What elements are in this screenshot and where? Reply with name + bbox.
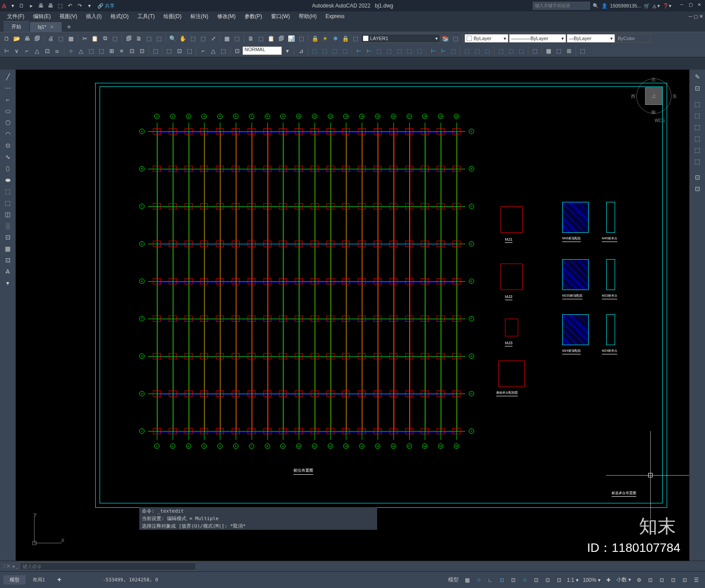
model-space-btn[interactable]: 模型 xyxy=(445,575,461,585)
new-icon[interactable]: 🗋 xyxy=(2,33,11,43)
tool-icon[interactable]: ⊡ xyxy=(127,46,137,56)
tool-icon[interactable]: ⬚ xyxy=(154,33,164,43)
help-icon[interactable]: ❓▾ xyxy=(663,3,672,9)
tool-icon[interactable]: ⬚ xyxy=(374,46,384,56)
cut-icon[interactable]: ✂ xyxy=(80,33,89,43)
osnap-icon[interactable]: ⊡ xyxy=(508,575,519,585)
more-icon[interactable]: ▾ xyxy=(2,278,14,288)
tool-icon[interactable]: ≡ xyxy=(117,46,126,56)
qat-open[interactable]: ▸ xyxy=(27,1,36,10)
line-icon[interactable]: ╱ xyxy=(2,71,14,82)
extents-icon[interactable]: ⤢ xyxy=(208,33,218,43)
layer-dropdown[interactable]: LAYER1 ▾ xyxy=(361,34,440,43)
help-search[interactable]: 键入关键字或短语 xyxy=(533,2,590,10)
tool-icon[interactable]: ⊡ xyxy=(691,183,704,194)
region-icon[interactable]: ⊡ xyxy=(2,232,14,242)
textstyle-dropdown[interactable]: NORMAL xyxy=(242,46,282,55)
qat-new[interactable]: 🗋 xyxy=(17,1,26,10)
tool-icon[interactable]: ⬚ xyxy=(144,33,154,43)
text-icon[interactable]: A xyxy=(2,266,14,277)
command-input[interactable] xyxy=(20,562,196,570)
point-icon[interactable]: ◫ xyxy=(2,209,14,220)
menu-parametric[interactable]: 参数(P) xyxy=(241,12,266,21)
tool-icon[interactable]: ⬚ xyxy=(394,46,404,56)
ellipse-icon[interactable]: ⬯ xyxy=(2,163,14,174)
close-button[interactable]: ✕ xyxy=(695,2,703,9)
anno-icon[interactable]: ✚ xyxy=(603,575,614,585)
clean-icon[interactable]: ⊡ xyxy=(679,575,690,585)
layer-tool-icon[interactable]: ⬚ xyxy=(351,33,360,43)
tool-icon[interactable]: ⬚ xyxy=(691,156,704,167)
qat-more[interactable]: ▾ xyxy=(85,1,94,10)
tool-icon[interactable]: ⬚ xyxy=(164,46,174,56)
publish-icon[interactable]: ▦ xyxy=(66,33,76,43)
construction-line-icon[interactable]: ⋯ xyxy=(2,83,14,93)
dim-radius-icon[interactable]: ⊡ xyxy=(42,46,52,56)
tab-start[interactable]: 开始 xyxy=(4,21,29,32)
tool-icon[interactable]: 🗐 xyxy=(276,33,286,43)
tool-icon[interactable]: ⬚ xyxy=(96,46,106,56)
menu-file[interactable]: 文件(F) xyxy=(4,12,28,21)
lock-icon[interactable]: 🔒 xyxy=(310,33,320,43)
share-button[interactable]: 🔗 共享 xyxy=(97,3,115,9)
units[interactable]: 小数 ▾ xyxy=(615,575,633,585)
tool-icon[interactable]: ⬚ xyxy=(232,33,242,43)
tool-icon[interactable]: ⬚ xyxy=(516,46,526,56)
zoom-icon[interactable]: 🔍 xyxy=(168,33,178,43)
paste-icon[interactable]: ⧉ xyxy=(100,33,110,43)
tool-icon[interactable]: ⊡ xyxy=(137,46,147,56)
tool-icon[interactable]: ⬚ xyxy=(691,122,704,132)
tool-icon[interactable]: ⊡ xyxy=(691,83,704,93)
menu-help[interactable]: 帮助(H) xyxy=(295,12,320,21)
tool-icon[interactable]: ⬚ xyxy=(691,145,704,155)
tool-icon[interactable]: ▦ xyxy=(544,46,553,56)
tool-icon[interactable]: 📊 xyxy=(286,33,296,43)
preview-icon[interactable]: ⬚ xyxy=(56,33,66,43)
drawing-canvas[interactable]: 上 北 南 西 东 WCS /*placeholder*/ AABBCCDDEE… xyxy=(16,70,689,561)
tool-icon[interactable]: ⬚ xyxy=(185,46,194,56)
pan-icon[interactable]: ✋ xyxy=(178,33,188,43)
hardware-icon[interactable]: ⊡ xyxy=(668,575,679,585)
user-name[interactable]: 1505999135... xyxy=(610,3,641,8)
rectangle-icon[interactable]: ⬡ xyxy=(2,117,14,128)
menu-format[interactable]: 格式(O) xyxy=(107,12,132,21)
tool-icon[interactable]: ⬚ xyxy=(496,46,506,56)
polar-icon[interactable]: ⊡ xyxy=(497,575,507,585)
layout-tab[interactable]: 布局1 xyxy=(26,575,51,584)
cmd-handle-icon[interactable]: ⦙⦙ ✕ xyxy=(4,563,10,569)
tab-close-icon[interactable]: ✕ xyxy=(50,24,54,30)
tool-icon[interactable]: ⬚ xyxy=(404,46,414,56)
color-dropdown[interactable]: ByLayer▾ xyxy=(464,34,508,43)
menu-draw[interactable]: 绘图(D) xyxy=(160,12,185,21)
tool-icon[interactable]: ⬚ xyxy=(320,46,330,56)
spline-icon[interactable]: ∿ xyxy=(2,152,14,162)
tool-icon[interactable]: ⬚ xyxy=(86,46,96,56)
tool-icon[interactable]: ⌐ xyxy=(198,46,208,56)
tool-icon[interactable]: ⬚ xyxy=(310,46,319,56)
tool-icon[interactable]: ⬚ xyxy=(462,46,472,56)
tab-document[interactable]: bj1*✕ xyxy=(30,22,62,32)
tool-icon[interactable]: ⬚ xyxy=(384,46,394,56)
tool-icon[interactable]: ⬚ xyxy=(151,46,160,56)
lineweight-dropdown[interactable]: — ByLayer▾ xyxy=(567,34,615,43)
tool-icon[interactable]: ⊡ xyxy=(174,46,184,56)
dim-angular-icon[interactable]: ⌐ xyxy=(22,46,32,56)
apps-icon[interactable]: ◬ ▾ xyxy=(653,3,660,9)
tool-icon[interactable]: ○ xyxy=(66,46,76,56)
qat-menu[interactable]: ▾ xyxy=(8,1,17,10)
qat-saveas[interactable]: 🖶 xyxy=(46,1,55,10)
hatch-icon[interactable]: ░ xyxy=(2,220,14,231)
circle-icon[interactable]: ⊙ xyxy=(2,140,14,151)
workspace-icon[interactable]: ⚙ xyxy=(634,575,644,585)
tool-icon[interactable]: ⬚ xyxy=(340,46,350,56)
mtext-icon[interactable]: ⊡ xyxy=(2,255,14,265)
tool-icon[interactable]: ⊢ xyxy=(364,46,374,56)
tool-icon[interactable]: ✎ xyxy=(691,71,704,82)
tool-icon[interactable]: ⬚ xyxy=(482,46,492,56)
tool-icon[interactable]: ⬚ xyxy=(256,33,266,43)
tool-icon[interactable]: ⬚ xyxy=(530,46,540,56)
minimize-button[interactable]: ─ xyxy=(678,2,686,9)
tool-icon[interactable]: ⬚ xyxy=(554,46,564,56)
tool-icon[interactable]: ⊿ xyxy=(296,46,306,56)
tool-icon[interactable]: ⬚ xyxy=(472,46,482,56)
